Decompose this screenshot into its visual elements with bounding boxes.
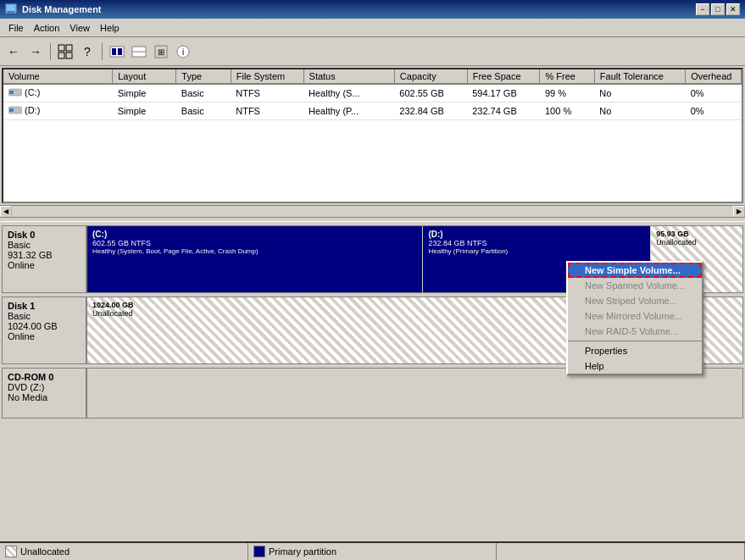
svg-rect-8 [112, 48, 116, 55]
svg-rect-3 [58, 45, 64, 51]
volume-pane[interactable]: Volume Layout Type File System Status Ca… [2, 68, 743, 203]
restore-button[interactable]: □ [711, 3, 725, 15]
scroll-left-btn[interactable]: ◀ [0, 206, 12, 218]
cdrom-volumes [86, 368, 743, 419]
window-controls: − □ ✕ [696, 3, 740, 15]
ctx-new-spanned: New Spanned Volume... [568, 278, 702, 293]
svg-rect-5 [58, 53, 64, 58]
toolbar-sep-1 [50, 43, 51, 60]
title-bar: Disk Management − □ ✕ [0, 0, 745, 19]
col-volume: Volume [3, 69, 113, 84]
toolbar-btn-c[interactable]: ⊞ [151, 42, 171, 62]
status-primary: Primary partition [248, 543, 497, 560]
app-icon [5, 3, 19, 16]
svg-rect-9 [118, 48, 122, 55]
toolbar-btn-a[interactable] [107, 42, 127, 62]
col-fs: File System [231, 69, 303, 84]
unallocated-label: Unallocated [20, 546, 69, 557]
menu-action[interactable]: Action [29, 21, 65, 35]
volume-table: Volume Layout Type File System Status Ca… [3, 69, 742, 120]
svg-rect-19 [9, 108, 14, 112]
primary-legend: Primary partition [253, 546, 336, 557]
toolbar: ← → ? ⊞ i [0, 37, 745, 66]
svg-rect-1 [7, 5, 15, 11]
cdrom-vol[interactable] [87, 369, 742, 418]
status-unallocated: Unallocated [0, 543, 248, 560]
toolbar-btn-d[interactable]: i [173, 42, 193, 62]
svg-rect-2 [8, 12, 14, 14]
scroll-track[interactable] [12, 206, 733, 217]
forward-button[interactable]: → [25, 42, 46, 62]
table-row[interactable]: (C:) Simple Basic NTFS Healthy (S... 602… [3, 84, 742, 103]
primary-label: Primary partition [269, 546, 336, 557]
disk-icon [8, 86, 22, 98]
disk-0-status: Online [8, 260, 81, 270]
status-bar: Unallocated Primary partition [0, 541, 745, 560]
col-type: Type [176, 69, 231, 84]
view-button[interactable] [55, 42, 75, 62]
svg-rect-4 [66, 45, 72, 51]
status-pane-3 [497, 543, 745, 560]
unallocated-legend: Unallocated [5, 546, 69, 557]
ctx-help[interactable]: Help [568, 358, 702, 374]
col-layout: Layout [113, 69, 176, 84]
disk-icon [8, 104, 22, 116]
context-menu: New Simple Volume... New Spanned Volume.… [566, 261, 703, 375]
close-button[interactable]: ✕ [726, 3, 740, 15]
ctx-new-striped: New Striped Volume... [568, 293, 702, 308]
cdrom-id: CD-ROM 0 [8, 372, 81, 382]
table-row[interactable]: (D:) Simple Basic NTFS Healthy (P... 232… [3, 103, 742, 120]
ctx-new-raid5: New RAID-5 Volume... [568, 324, 702, 339]
col-freespace: Free Space [467, 69, 540, 84]
minimize-button[interactable]: − [696, 3, 709, 15]
disk-1-size: 1024.00 GB [8, 321, 81, 331]
menu-help[interactable]: Help [95, 21, 125, 35]
col-pctfree: % Free [540, 69, 594, 84]
vol-name: (D:) [3, 103, 113, 120]
col-status: Status [303, 69, 394, 84]
cdrom-status: No Media [8, 392, 81, 402]
menu-file[interactable]: File [3, 21, 29, 35]
svg-rect-6 [66, 53, 72, 58]
disk-0-vol-c[interactable]: (C:) 602.55 GB NTFS Healthy (System, Boo… [87, 226, 423, 292]
disk-0-id: Disk 0 [8, 230, 81, 240]
svg-rect-17 [9, 91, 14, 94]
menu-view[interactable]: View [64, 21, 95, 35]
disk-1-id: Disk 1 [8, 301, 81, 311]
disk-1-label: Disk 1 Basic 1024.00 GB Online [2, 297, 86, 364]
vol-name: (C:) [3, 84, 113, 103]
primary-icon [253, 546, 265, 557]
menu-bar: File Action View Help [0, 19, 745, 37]
disk-1-status: Online [8, 331, 81, 341]
window-title: Disk Management [22, 4, 696, 14]
ctx-separator [568, 341, 702, 341]
help-button[interactable]: ? [77, 42, 97, 62]
disk-1-type: Basic [8, 311, 81, 321]
volume-scrollbar[interactable]: ◀ ▶ [0, 205, 745, 217]
ctx-properties[interactable]: Properties [568, 343, 702, 358]
unallocated-icon [5, 546, 17, 557]
svg-text:⊞: ⊞ [158, 47, 164, 57]
cdrom-type: DVD (Z:) [8, 382, 81, 392]
ctx-new-simple[interactable]: New Simple Volume... [568, 263, 702, 278]
col-overhead: Overhead [686, 69, 742, 84]
disk-0-type: Basic [8, 240, 81, 250]
col-faulttol: Fault Tolerance [594, 69, 685, 84]
toolbar-sep-2 [102, 43, 103, 60]
disk-0-label: Disk 0 Basic 931.32 GB Online [2, 225, 86, 293]
back-button[interactable]: ← [3, 42, 24, 62]
col-capacity: Capacity [394, 69, 467, 84]
disk-row-cdrom: CD-ROM 0 DVD (Z:) No Media [2, 368, 743, 419]
disk-0-size: 931.32 GB [8, 250, 81, 260]
svg-text:i: i [182, 47, 184, 57]
ctx-new-mirrored: New Mirrored Volume... [568, 308, 702, 324]
cdrom-label: CD-ROM 0 DVD (Z:) No Media [2, 368, 86, 419]
toolbar-btn-b[interactable] [129, 42, 149, 62]
scroll-right-btn[interactable]: ▶ [733, 206, 745, 218]
